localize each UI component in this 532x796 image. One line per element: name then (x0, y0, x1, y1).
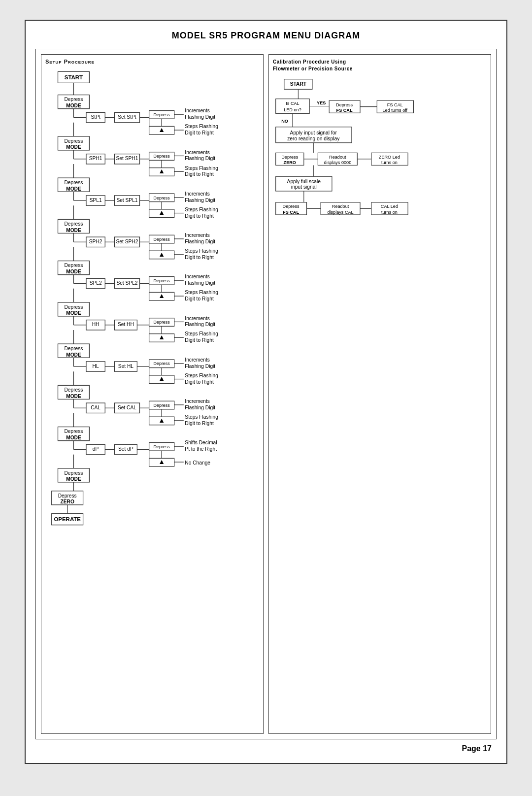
svg-text:Depress: Depress (58, 493, 77, 498)
svg-text:Flashing Digit: Flashing Digit (185, 364, 215, 369)
svg-text:CAL: CAL (91, 405, 100, 410)
diagram-area: Setup Procedure START Depress MODE StPt (35, 49, 497, 739)
svg-text:Flashing Digit: Flashing Digit (185, 239, 215, 244)
svg-text:Is CAL: Is CAL (286, 101, 299, 106)
svg-text:Depress: Depress (154, 320, 170, 325)
svg-text:Digit to Right: Digit to Right (185, 296, 214, 301)
svg-text:SPL2: SPL2 (90, 280, 102, 286)
svg-text:Depress: Depress (154, 403, 170, 408)
svg-text:Depress: Depress (64, 429, 83, 434)
svg-text:Depress: Depress (64, 263, 83, 268)
svg-text:turns on: turns on (381, 210, 398, 215)
svg-text:Increments: Increments (185, 108, 209, 113)
svg-text:Apply full scale: Apply full scale (287, 179, 321, 184)
svg-text:▲: ▲ (158, 416, 165, 424)
svg-text:SPH2: SPH2 (89, 239, 102, 244)
svg-text:Set HH: Set HH (118, 322, 134, 327)
page-container: MODEL SR5 PROGRAM MENU DIAGRAM Setup Pro… (25, 20, 507, 764)
svg-text:▲: ▲ (158, 333, 165, 341)
svg-text:Set HL: Set HL (118, 364, 134, 369)
svg-text:Depress: Depress (64, 97, 83, 102)
svg-text:Depress: Depress (154, 444, 170, 449)
svg-text:Steps Flashing: Steps Flashing (185, 248, 218, 254)
svg-text:input signal: input signal (291, 184, 317, 190)
svg-text:Increments: Increments (185, 191, 209, 197)
svg-text:START: START (290, 81, 307, 87)
svg-text:ZERO: ZERO (61, 499, 74, 504)
svg-text:▲: ▲ (158, 167, 165, 175)
page-number: Page 17 (35, 744, 497, 753)
svg-text:Set dP: Set dP (118, 446, 133, 452)
svg-text:Depress: Depress (336, 102, 353, 107)
svg-text:Readout: Readout (329, 155, 346, 160)
svg-text:Increments: Increments (185, 357, 209, 363)
svg-text:zero reading on display: zero reading on display (287, 136, 340, 141)
svg-text:Depress: Depress (154, 196, 170, 200)
setup-column: Setup Procedure START Depress MODE StPt (41, 54, 264, 734)
svg-text:▲: ▲ (158, 250, 165, 258)
svg-text:START: START (65, 74, 83, 80)
svg-text:Depress: Depress (283, 204, 299, 209)
svg-text:CAL Led: CAL Led (381, 204, 398, 209)
svg-text:MODE: MODE (66, 310, 81, 316)
svg-text:Set SPL1: Set SPL1 (116, 198, 137, 203)
svg-text:Increments: Increments (185, 274, 209, 279)
svg-text:Set SPH2: Set SPH2 (116, 239, 138, 244)
svg-text:Depress: Depress (64, 304, 83, 310)
svg-text:Depress: Depress (281, 155, 298, 160)
svg-text:FS CAL: FS CAL (336, 108, 353, 113)
svg-text:Digit to Right: Digit to Right (185, 255, 214, 260)
svg-text:HH: HH (92, 322, 100, 327)
svg-text:dP: dP (93, 446, 99, 452)
svg-text:Set CAL: Set CAL (118, 405, 136, 410)
cal-heading: Calibration Procedure Using Flowmeter or… (273, 59, 487, 72)
svg-text:Set SPH1: Set SPH1 (116, 156, 138, 161)
svg-text:NO: NO (281, 119, 288, 124)
svg-text:MODE: MODE (66, 186, 81, 192)
svg-text:Increments: Increments (185, 150, 209, 155)
svg-text:MODE: MODE (66, 476, 81, 482)
svg-text:Digit to Right: Digit to Right (185, 213, 214, 219)
svg-text:Depress: Depress (64, 180, 83, 185)
svg-text:Led turns off: Led turns off (383, 108, 408, 113)
svg-text:Steps Flashing: Steps Flashing (185, 124, 218, 129)
svg-text:OPERATE: OPERATE (54, 516, 81, 522)
svg-text:Set StPt: Set StPt (118, 114, 136, 120)
svg-text:displays 0000: displays 0000 (324, 160, 351, 165)
svg-text:Increments: Increments (185, 316, 209, 321)
page-title: MODEL SR5 PROGRAM MENU DIAGRAM (35, 31, 497, 41)
svg-text:FS CAL: FS CAL (387, 102, 403, 107)
svg-text:Increments: Increments (185, 398, 209, 404)
svg-text:HL: HL (93, 364, 99, 369)
svg-text:Depress: Depress (64, 470, 83, 476)
cal-diagram: START Is CAL LED on? YES Depress FS CAL … (273, 76, 487, 358)
svg-text:▲: ▲ (158, 458, 165, 465)
svg-text:Depress: Depress (154, 278, 170, 283)
svg-text:▲: ▲ (158, 374, 165, 382)
svg-text:Steps Flashing: Steps Flashing (185, 414, 218, 420)
svg-text:Depress: Depress (64, 387, 83, 393)
svg-text:Readout: Readout (332, 204, 349, 209)
svg-text:Flashing Digit: Flashing Digit (185, 405, 215, 410)
svg-text:Set SPL2: Set SPL2 (116, 280, 137, 286)
svg-text:Steps Flashing: Steps Flashing (185, 331, 218, 336)
svg-text:Depress: Depress (64, 138, 83, 144)
svg-text:Flashing Digit: Flashing Digit (185, 198, 215, 203)
svg-text:Flashing Digit: Flashing Digit (185, 322, 215, 327)
svg-text:MODE: MODE (66, 394, 81, 399)
svg-text:Steps Flashing: Steps Flashing (185, 373, 218, 378)
svg-text:MODE: MODE (66, 435, 81, 440)
svg-text:SPL1: SPL1 (90, 198, 102, 203)
calibration-column: Calibration Procedure Using Flowmeter or… (268, 54, 491, 734)
svg-text:Digit to Right: Digit to Right (185, 421, 214, 426)
svg-text:Digit to Right: Digit to Right (185, 171, 214, 177)
svg-text:Steps Flashing: Steps Flashing (185, 166, 218, 171)
svg-text:No Change: No Change (185, 460, 210, 465)
svg-text:MODE: MODE (66, 352, 81, 358)
svg-text:MODE: MODE (66, 269, 81, 274)
svg-text:▲: ▲ (158, 208, 165, 216)
svg-text:turns on: turns on (381, 160, 398, 165)
svg-text:Shifts Decimal: Shifts Decimal (185, 440, 217, 445)
svg-text:ZERO: ZERO (284, 160, 296, 165)
svg-text:Steps Flashing: Steps Flashing (185, 290, 218, 295)
